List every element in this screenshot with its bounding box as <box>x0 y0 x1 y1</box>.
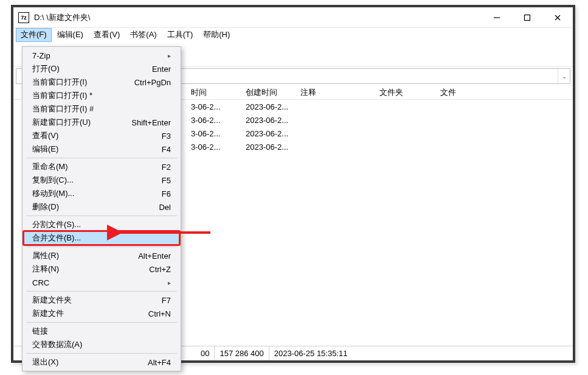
file-menu-item[interactable]: 退出(X)Alt+F4 <box>24 356 179 369</box>
cell-modified: 3-06-2... <box>187 129 242 138</box>
file-menu-item[interactable]: 分割文件(S)... <box>24 218 179 231</box>
menu-item-label: 属性(R) <box>32 250 138 261</box>
menu-file[interactable]: 文件(F) <box>16 28 52 42</box>
menu-item-label: 新建文件夹 <box>32 295 162 306</box>
close-button[interactable] <box>542 7 573 27</box>
menu-item-label: 退出(X) <box>32 357 148 368</box>
file-menu-item[interactable]: 打开(O)Enter <box>24 62 179 75</box>
titlebar: 7z D:\ \新建文件夹\ <box>13 7 573 28</box>
file-menu-dropdown: 7-Zip▸打开(O)Enter当前窗口打开(I)Ctrl+PgDn当前窗口打开… <box>22 46 181 371</box>
file-menu-item[interactable]: 新建文件Ctrl+N <box>24 307 179 320</box>
menu-separator <box>26 247 177 247</box>
menu-help[interactable]: 帮助(H) <box>198 28 235 42</box>
menu-item-label: CRC <box>32 278 168 287</box>
menu-separator <box>26 216 177 216</box>
status-seg-3: 2023-06-25 15:35:11 <box>269 346 353 360</box>
chevron-down-icon: ⌄ <box>562 73 567 80</box>
menu-item-label: 查看(V) <box>32 130 162 141</box>
file-menu-item[interactable]: 编辑(E)F4 <box>24 142 179 156</box>
menu-item-accelerator: F3 <box>162 131 171 141</box>
col-files[interactable]: 文件 <box>437 87 497 98</box>
menu-item-label: 当前窗口打开(I) * <box>32 90 171 101</box>
file-menu-item[interactable]: 当前窗口打开(I)Ctrl+PgDn <box>24 75 179 89</box>
menu-item-accelerator: F4 <box>162 145 171 154</box>
file-menu-item[interactable]: CRC▸ <box>24 276 179 289</box>
menu-item-label: 编辑(E) <box>32 144 162 155</box>
menu-tools[interactable]: 工具(T) <box>162 28 198 42</box>
maximize-icon <box>524 14 531 21</box>
menu-item-accelerator: Ctrl+Z <box>149 265 171 274</box>
menu-item-label: 当前窗口打开(I) <box>32 77 134 88</box>
chevron-right-icon: ▸ <box>168 279 171 286</box>
file-menu-item[interactable]: 复制到(C)...F5 <box>24 173 179 187</box>
file-menu-item[interactable]: 重命名(M)F2 <box>24 160 179 173</box>
menu-item-label: 打开(O) <box>32 63 152 74</box>
menubar: 文件(F) 编辑(E) 查看(V) 书签(A) 工具(T) 帮助(H) <box>13 28 573 41</box>
chevron-right-icon: ▸ <box>168 52 171 59</box>
menu-item-accelerator: Alt+Enter <box>138 251 171 261</box>
menu-item-label: 删除(D) <box>32 202 159 212</box>
file-menu-item[interactable]: 7-Zip▸ <box>24 49 179 62</box>
menu-item-accelerator: Ctrl+N <box>148 309 171 318</box>
menu-item-accelerator: F5 <box>162 176 171 185</box>
menu-item-accelerator: F2 <box>162 163 171 172</box>
menu-item-accelerator: Alt+F4 <box>148 358 171 367</box>
menu-item-label: 新建文件 <box>32 308 148 319</box>
menu-item-accelerator: F6 <box>162 189 171 198</box>
file-menu-item[interactable]: 新建窗口打开(U)Shift+Enter <box>24 116 179 129</box>
col-comment[interactable]: 注释 <box>297 87 376 98</box>
status-seg-2: 157 286 400 <box>215 346 269 360</box>
menu-item-label: 新建窗口打开(U) <box>32 117 131 128</box>
menu-item-accelerator: Enter <box>152 65 171 74</box>
col-created[interactable]: 创建时间 <box>242 87 297 98</box>
address-dropdown-button[interactable]: ⌄ <box>558 69 570 83</box>
cell-modified: 3-06-2... <box>187 142 242 152</box>
file-menu-item[interactable]: 注释(N)Ctrl+Z <box>24 262 179 276</box>
file-menu-item[interactable]: 当前窗口打开(I) * <box>24 89 179 102</box>
cell-created: 2023-06-2... <box>242 142 297 152</box>
file-menu-item[interactable]: 移动到(M)...F6 <box>24 187 179 200</box>
menu-separator <box>26 291 177 292</box>
menu-item-accelerator: Shift+Enter <box>131 118 171 127</box>
menu-item-accelerator: Ctrl+PgDn <box>134 78 171 87</box>
file-menu-item[interactable]: 查看(V)F3 <box>24 129 179 142</box>
maximize-button[interactable] <box>512 7 542 27</box>
close-icon <box>554 14 561 21</box>
file-menu-item[interactable]: 链接 <box>24 324 179 338</box>
menu-item-label: 注释(N) <box>32 264 149 275</box>
menu-item-label: 分割文件(S)... <box>32 219 171 230</box>
cell-created: 2023-06-2... <box>242 116 297 125</box>
file-menu-item[interactable]: 交替数据流(A) <box>24 338 179 351</box>
menu-item-label: 合并文件(B)... <box>32 233 171 244</box>
menu-separator <box>26 322 177 323</box>
menu-separator <box>26 158 177 158</box>
menu-item-label: 交替数据流(A) <box>32 339 171 350</box>
menu-edit[interactable]: 编辑(E) <box>52 28 88 42</box>
file-menu-item[interactable]: 新建文件夹F7 <box>24 293 179 307</box>
file-menu-item[interactable]: 合并文件(B)... <box>24 231 179 245</box>
menu-item-accelerator: F7 <box>162 296 171 305</box>
file-menu-item[interactable]: 删除(D)Del <box>24 200 179 214</box>
col-modified[interactable]: 时间 <box>187 87 242 98</box>
menu-item-label: 7-Zip <box>32 51 168 60</box>
minimize-button[interactable] <box>482 7 512 27</box>
menu-item-label: 重命名(M) <box>32 161 162 172</box>
cell-created: 2023-06-2... <box>242 129 297 138</box>
menu-bookmarks[interactable]: 书签(A) <box>125 28 161 42</box>
menu-item-label: 移动到(M)... <box>32 188 162 199</box>
menu-view[interactable]: 查看(V) <box>89 28 125 42</box>
file-menu-item[interactable]: 属性(R)Alt+Enter <box>24 249 179 262</box>
cell-modified: 3-06-2... <box>187 102 242 111</box>
menu-separator <box>26 353 177 354</box>
col-folders[interactable]: 文件夹 <box>376 87 437 98</box>
file-menu-item[interactable]: 当前窗口打开(I) # <box>24 102 179 116</box>
svg-rect-0 <box>525 15 530 20</box>
window-title: D:\ \新建文件夹\ <box>34 12 90 23</box>
menu-item-label: 链接 <box>32 326 171 337</box>
menu-item-label: 复制到(C)... <box>32 175 162 186</box>
menu-item-accelerator: Del <box>159 203 171 212</box>
cell-modified: 3-06-2... <box>187 116 242 125</box>
minimize-icon <box>493 14 500 21</box>
menu-item-label: 当前窗口打开(I) # <box>32 103 171 114</box>
cell-created: 2023-06-2... <box>242 102 297 111</box>
